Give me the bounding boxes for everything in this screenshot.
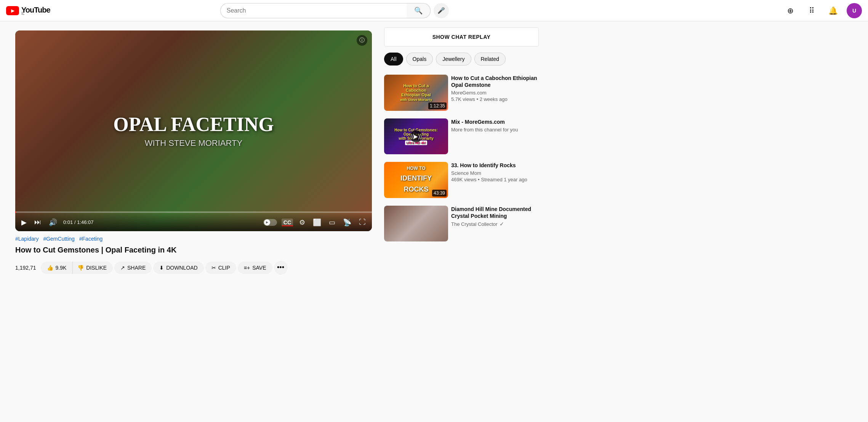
progress-bar-background[interactable] bbox=[15, 211, 372, 213]
clip-icon: ✂ bbox=[211, 265, 216, 271]
related-channel: The Crystal Collector ✓ bbox=[451, 221, 539, 227]
miniplayer-button[interactable]: ⬜ bbox=[311, 217, 323, 228]
header-actions: ⊕ ⠿ 🔔 U bbox=[783, 3, 862, 18]
like-count: 9.9K bbox=[56, 265, 67, 271]
related-info: Mix - MoreGems.com More from this channe… bbox=[451, 118, 539, 133]
play-circle-icon: ((▶)) bbox=[410, 130, 422, 142]
like-button[interactable]: 👍 9.9K bbox=[41, 262, 73, 274]
bell-icon: 🔔 bbox=[828, 6, 838, 15]
mic-button[interactable]: 🎤 bbox=[434, 3, 449, 18]
thumb-cabochon-text: How to Cut aCabochonEthiopian Opalwith S… bbox=[399, 82, 434, 103]
save-label: SAVE bbox=[252, 265, 266, 271]
info-icon[interactable]: ⓘ bbox=[357, 35, 367, 46]
create-icon: ⊕ bbox=[787, 6, 794, 15]
filter-chip-related[interactable]: Related bbox=[474, 53, 506, 66]
save-button[interactable]: ≡+ SAVE bbox=[238, 262, 272, 274]
sidebar: SHOW CHAT REPLAY All Opals Jewellery Rel… bbox=[381, 21, 545, 284]
video-player[interactable]: OPAL FACETING WITH STEVE MORIARTY ⓘ ▶ ⏭ … bbox=[15, 30, 372, 231]
related-title: 33. How to Identify Rocks bbox=[451, 162, 539, 169]
time-current: 0:01 bbox=[63, 219, 73, 225]
related-thumbnail: How to Cut Gemstones:Opal Facetingwith S… bbox=[384, 118, 448, 155]
overlay-sub-title: WITH STEVE MORIARTY bbox=[113, 138, 274, 148]
dislike-label: DISLIKE bbox=[86, 265, 107, 271]
chat-replay-button[interactable]: SHOW CHAT REPLAY bbox=[384, 27, 539, 46]
thumbsdown-icon: 👎 bbox=[77, 265, 84, 271]
thumb-diamond-bg bbox=[384, 206, 448, 242]
related-item[interactable]: How to Cut Gemstones:Opal Facetingwith S… bbox=[384, 115, 539, 158]
related-thumbnail: HOW TO IDENTIFY ROCKS 43:39 bbox=[384, 162, 448, 198]
next-button[interactable]: ⏭ bbox=[33, 217, 43, 228]
play-button[interactable]: ▶ bbox=[20, 217, 28, 228]
view-count: 1,192,71 bbox=[15, 265, 36, 271]
download-button[interactable]: ⬇ DOWNLOAD bbox=[153, 262, 203, 274]
download-label: DOWNLOAD bbox=[166, 265, 197, 271]
filter-chip-all[interactable]: All bbox=[384, 53, 403, 66]
related-item[interactable]: HOW TO IDENTIFY ROCKS 43:39 33. How to I… bbox=[384, 159, 539, 201]
youtube-wordmark: YouTube bbox=[21, 6, 50, 14]
related-item[interactable]: Diamond Hill Mine Documented Crystal Poc… bbox=[384, 203, 539, 245]
main-content: OPAL FACETING WITH STEVE MORIARTY ⓘ ▶ ⏭ … bbox=[0, 21, 868, 284]
mic-icon: 🎤 bbox=[437, 7, 445, 14]
progress-bar-fill bbox=[15, 211, 16, 213]
create-button[interactable]: ⊕ bbox=[783, 3, 798, 18]
progress-container[interactable] bbox=[15, 211, 372, 213]
apps-button[interactable]: ⠿ bbox=[804, 3, 819, 18]
share-icon: ↗ bbox=[120, 265, 125, 271]
filter-chip-jewellery[interactable]: Jewellery bbox=[436, 53, 471, 66]
thumb-duration: 1:12:35 bbox=[428, 102, 447, 109]
volume-button[interactable]: 🔊 bbox=[47, 217, 59, 228]
fullscreen-button[interactable]: ⛶ bbox=[357, 217, 367, 228]
video-controls: ▶ ⏭ 🔊 0:01 / 1:46:07 CC bbox=[15, 214, 372, 231]
search-button[interactable]: 🔍 bbox=[407, 3, 431, 18]
overlay-main-title: OPAL FACETING bbox=[113, 113, 274, 135]
related-channel: More from this channel for you bbox=[451, 127, 539, 133]
verified-icon: ✓ bbox=[500, 221, 504, 227]
tag-faceting[interactable]: #Faceting bbox=[79, 236, 102, 242]
cast-button[interactable]: 📡 bbox=[341, 217, 353, 228]
related-thumbnail bbox=[384, 206, 448, 242]
related-info: 33. How to Identify Rocks Science Mom 46… bbox=[451, 162, 539, 182]
video-page-title: How to Cut Gemstones | Opal Faceting in … bbox=[15, 245, 372, 255]
video-tags: #Lapidary #GemCutting #Faceting bbox=[15, 236, 372, 242]
tag-lapidary[interactable]: #Lapidary bbox=[15, 236, 39, 242]
filter-chips: All Opals Jewellery Related bbox=[384, 53, 539, 66]
cc-button[interactable]: CC bbox=[282, 219, 293, 226]
related-meta: 5.7K views • 2 weeks ago bbox=[451, 96, 539, 102]
thumb-duration: 43:39 bbox=[432, 190, 447, 197]
related-title: Mix - MoreGems.com bbox=[451, 118, 539, 125]
settings-button[interactable]: ⚙ bbox=[298, 217, 307, 228]
clip-button[interactable]: ✂ CLIP bbox=[205, 262, 236, 274]
thumb-rocks-text3: ROCKS bbox=[403, 185, 429, 195]
more-actions-button[interactable]: ••• bbox=[274, 261, 288, 275]
thumb-rocks-text: HOW TO bbox=[406, 165, 426, 172]
save-icon: ≡+ bbox=[244, 265, 250, 271]
share-label: SHARE bbox=[127, 265, 146, 271]
video-thumbnail: OPAL FACETING WITH STEVE MORIARTY bbox=[15, 30, 372, 231]
filter-chip-opals[interactable]: Opals bbox=[406, 53, 433, 66]
dislike-button[interactable]: 👎 DISLIKE bbox=[73, 262, 113, 274]
like-dislike-group: 👍 9.9K 👎 DISLIKE bbox=[41, 262, 113, 274]
time-display: 0:01 / 1:46:07 bbox=[63, 219, 94, 225]
download-icon: ⬇ bbox=[159, 265, 164, 271]
share-button[interactable]: ↗ SHARE bbox=[114, 262, 152, 274]
related-item[interactable]: How to Cut aCabochonEthiopian Opalwith S… bbox=[384, 72, 539, 114]
apps-icon: ⠿ bbox=[809, 6, 815, 15]
related-info: Diamond Hill Mine Documented Crystal Poc… bbox=[451, 206, 539, 228]
search-icon: 🔍 bbox=[414, 7, 423, 14]
related-channel: Science Mom bbox=[451, 170, 539, 176]
header: YouTube IL 🔍 🎤 ⊕ ⠿ 🔔 U bbox=[0, 0, 868, 21]
more-icon: ••• bbox=[277, 264, 284, 272]
notifications-button[interactable]: 🔔 bbox=[825, 3, 841, 18]
clip-label: CLIP bbox=[218, 265, 230, 271]
autoplay-track[interactable] bbox=[263, 219, 277, 226]
youtube-logo[interactable]: YouTube IL bbox=[6, 6, 50, 16]
related-meta: 469K views • Streamed 1 year ago bbox=[451, 177, 539, 182]
search-input[interactable] bbox=[220, 3, 407, 18]
tag-gemcutting[interactable]: #GemCutting bbox=[43, 236, 74, 242]
video-actions: 1,192,71 👍 9.9K 👎 DISLIKE ↗ SHARE ⬇ DO bbox=[15, 261, 372, 275]
theater-mode-button[interactable]: ▭ bbox=[327, 217, 337, 228]
related-info: How to Cut a Cabochon Ethiopian Opal Gem… bbox=[451, 75, 539, 102]
autoplay-toggle[interactable] bbox=[263, 219, 277, 226]
user-avatar[interactable]: U bbox=[847, 3, 862, 18]
cc-active-line bbox=[282, 225, 293, 226]
